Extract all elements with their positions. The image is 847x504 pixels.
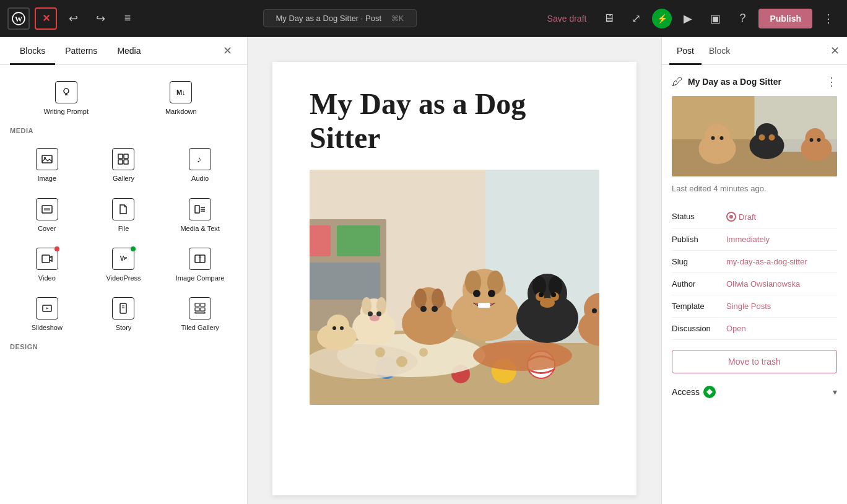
svg-point-98 bbox=[810, 138, 814, 142]
fullscreen-button[interactable]: ⤢ bbox=[625, 7, 647, 30]
slug-row: Slug my-day-as-a-dog-sitter bbox=[672, 251, 837, 273]
move-to-trash-button[interactable]: Move to trash bbox=[672, 350, 837, 373]
story-icon bbox=[112, 297, 134, 319]
svg-rect-35 bbox=[310, 225, 331, 256]
author-value[interactable]: Oliwia Owsianowska bbox=[726, 279, 837, 289]
sidebar-close-button[interactable]: ✕ bbox=[218, 41, 237, 60]
access-label: Access bbox=[672, 386, 833, 398]
save-draft-button[interactable]: Save draft bbox=[541, 10, 593, 27]
access-chevron-icon: ▾ bbox=[833, 387, 837, 397]
svg-rect-67 bbox=[478, 303, 490, 308]
cover-icon bbox=[36, 198, 58, 220]
publish-value[interactable]: Immediately bbox=[726, 235, 837, 244]
tab-post[interactable]: Post bbox=[669, 37, 701, 65]
writing-prompt-block[interactable]: Writing Prompt bbox=[10, 75, 123, 122]
post-title-text: My Day as a Dog Sitter · Post bbox=[276, 14, 382, 23]
svg-point-89 bbox=[705, 124, 730, 149]
jetpack-icon[interactable]: ⚡ bbox=[652, 9, 672, 28]
toolbar-right: Save draft 🖥 ⤢ ⚡ ▶ ▣ ? Publish ⋮ bbox=[541, 7, 840, 30]
post-title-bar[interactable]: My Day as a Dog Sitter · Post ⌘K bbox=[263, 9, 417, 27]
draft-dot bbox=[729, 215, 733, 219]
svg-point-59 bbox=[420, 306, 427, 312]
template-value[interactable]: Single Posts bbox=[726, 302, 837, 311]
discussion-label: Discussion bbox=[672, 324, 721, 333]
post-title[interactable]: My Day as a Dog Sitter bbox=[310, 87, 599, 155]
discussion-value[interactable]: Open bbox=[726, 324, 837, 333]
sidebar-content: Writing Prompt M↓ Markdown MEDIA bbox=[0, 65, 247, 504]
story-block[interactable]: Story bbox=[87, 291, 161, 338]
file-label: File bbox=[118, 224, 129, 233]
svg-point-57 bbox=[414, 289, 427, 308]
media-text-block[interactable]: Media & Text bbox=[163, 192, 237, 239]
layout-button[interactable]: ▣ bbox=[704, 7, 726, 30]
gallery-icon bbox=[112, 148, 134, 170]
videopress-block[interactable]: VP VideoPress bbox=[87, 241, 161, 289]
close-button[interactable]: ✕ bbox=[35, 7, 57, 30]
preview-button[interactable]: 🖥 bbox=[597, 7, 620, 30]
image-block[interactable]: Image bbox=[10, 142, 84, 189]
svg-marker-21 bbox=[198, 256, 202, 258]
svg-point-91 bbox=[720, 136, 724, 140]
svg-rect-9 bbox=[118, 160, 123, 164]
svg-text:W: W bbox=[15, 14, 22, 23]
svg-rect-36 bbox=[337, 225, 380, 256]
markdown-block[interactable]: M↓ Markdown bbox=[125, 75, 238, 122]
main-content: Blocks Patterns Media ✕ bbox=[0, 37, 847, 504]
svg-point-90 bbox=[711, 136, 715, 140]
publish-row: Publish Immediately bbox=[672, 228, 837, 251]
svg-rect-14 bbox=[195, 206, 199, 213]
post-canvas: My Day as a Dog Sitter bbox=[272, 62, 636, 495]
svg-point-44 bbox=[375, 347, 385, 357]
help-button[interactable]: ? bbox=[731, 7, 754, 30]
image-label: Image bbox=[38, 174, 57, 183]
audio-block[interactable]: ♪ Audio bbox=[163, 142, 237, 189]
cover-block[interactable]: Cover bbox=[10, 192, 84, 239]
svg-point-75 bbox=[551, 292, 556, 297]
send-button[interactable]: ▶ bbox=[677, 7, 699, 30]
gallery-block[interactable]: Gallery bbox=[87, 142, 161, 189]
tab-media[interactable]: Media bbox=[107, 37, 150, 65]
file-icon bbox=[112, 198, 134, 220]
publish-label: Publish bbox=[672, 235, 721, 244]
file-block[interactable]: File bbox=[87, 192, 161, 239]
tab-blocks[interactable]: Blocks bbox=[10, 37, 55, 65]
slug-value[interactable]: my-day-as-a-dog-sitter bbox=[726, 257, 837, 266]
right-sidebar-content: 🖊 My Day as a Dog Sitter ⋮ bbox=[662, 65, 847, 504]
videopress-label: VideoPress bbox=[106, 274, 141, 282]
toolbar-center: My Day as a Dog Sitter · Post ⌘K bbox=[144, 9, 536, 27]
post-thumbnail-preview[interactable] bbox=[672, 96, 837, 176]
svg-rect-29 bbox=[201, 308, 205, 311]
image-compare-block[interactable]: Image Compare bbox=[163, 241, 237, 289]
post-meta-more-button[interactable]: ⋮ bbox=[826, 75, 837, 89]
story-label: Story bbox=[116, 323, 132, 332]
tiled-gallery-label: Tiled Gallery bbox=[181, 323, 219, 332]
svg-point-74 bbox=[539, 292, 544, 297]
more-options-button[interactable]: ⋮ bbox=[817, 7, 840, 30]
status-row: Status Draft bbox=[672, 206, 837, 228]
status-value[interactable]: Draft bbox=[726, 212, 756, 222]
svg-point-60 bbox=[432, 306, 438, 312]
post-featured-image[interactable] bbox=[310, 170, 599, 405]
access-row[interactable]: Access ▾ bbox=[672, 378, 837, 406]
svg-point-47 bbox=[473, 340, 572, 371]
tab-block[interactable]: Block bbox=[701, 37, 737, 65]
sidebar-tabs: Blocks Patterns Media ✕ bbox=[0, 37, 247, 65]
tab-patterns[interactable]: Patterns bbox=[55, 37, 107, 65]
featured-blocks-grid: Writing Prompt M↓ Markdown bbox=[10, 75, 237, 122]
right-sidebar-close-button[interactable]: ✕ bbox=[830, 44, 840, 58]
svg-rect-27 bbox=[201, 303, 205, 306]
undo-button[interactable]: ↩ bbox=[62, 7, 84, 30]
slideshow-block[interactable]: Slideshow bbox=[10, 291, 84, 338]
image-compare-label: Image Compare bbox=[176, 274, 225, 282]
left-sidebar: Blocks Patterns Media ✕ bbox=[0, 37, 248, 504]
wp-logo-button[interactable]: W bbox=[7, 7, 30, 30]
redo-button[interactable]: ↪ bbox=[89, 7, 111, 30]
tiled-gallery-block[interactable]: Tiled Gallery bbox=[163, 291, 237, 338]
toolbar: W ✕ ↩ ↪ ≡ My Day as a Dog Sitter · Post … bbox=[0, 0, 847, 37]
publish-button[interactable]: Publish bbox=[758, 9, 812, 28]
design-section-label: DESIGN bbox=[10, 343, 237, 350]
slideshow-label: Slideshow bbox=[32, 323, 63, 332]
svg-rect-26 bbox=[195, 303, 199, 306]
list-view-button[interactable]: ≡ bbox=[116, 7, 139, 30]
video-block[interactable]: Video bbox=[10, 241, 84, 289]
